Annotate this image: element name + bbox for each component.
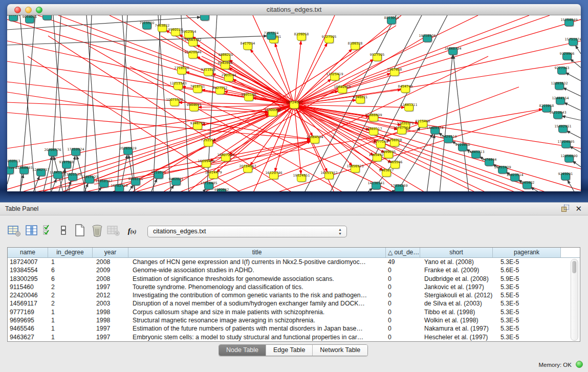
check-rows-icon[interactable] (41, 224, 55, 238)
float-panel-icon[interactable] (561, 205, 569, 212)
table-row[interactable]: 1456911722003Disruption of a novel membe… (8, 299, 580, 308)
column-header-name[interactable]: name (8, 248, 48, 257)
graph-node-label: 9465546 (388, 160, 403, 164)
table-cell: 0 (386, 316, 420, 324)
table-cell: 1 (48, 316, 93, 324)
column-header-short[interactable]: short (420, 248, 493, 257)
table-row[interactable]: 1938455462009Genome-wide association stu… (8, 266, 580, 274)
column-header-out_de[interactable]: △ out_de… (386, 248, 420, 257)
graph-edge (294, 105, 374, 132)
table-row[interactable]: 1872400712008Changes of HCN gene express… (8, 258, 580, 266)
table-row[interactable]: 911546021997Tourette syndrome. Phenomeno… (8, 283, 580, 291)
table-cell: 14569117 (8, 299, 48, 308)
graph-node-label: 9444693 (187, 103, 202, 107)
table-row[interactable]: 1830029562008Estimation of significance … (8, 275, 580, 283)
table-cell: 2012 (93, 291, 128, 299)
graph-node-label: 18429119 (440, 135, 456, 139)
table-cell: Dudbridge et al. (2008) (420, 275, 493, 283)
new-table-icon[interactable] (73, 224, 87, 238)
window-titlebar[interactable]: citations_edges.txt (7, 4, 581, 15)
tab-edge-table[interactable]: Edge Table (266, 345, 313, 356)
table-cell: Genome-wide association studies in ADHD. (128, 266, 386, 274)
graph-node-label: 16648784 (444, 47, 461, 51)
graph-node[interactable] (43, 15, 52, 20)
graph-node-label: 20184067 (239, 164, 256, 168)
graph-node-label: 17334269 (390, 184, 407, 188)
graph-node-label: 14845213 (467, 150, 484, 154)
table-cell: Tourette syndrome. Phenomenology and cla… (128, 283, 386, 291)
table-row[interactable]: 969969511998Structural magnetic resonanc… (8, 316, 580, 324)
graph-node-label: 9197588 (59, 160, 74, 164)
table-cell: 9465546 (8, 324, 48, 333)
graph-node-label: 12213343 (169, 81, 186, 85)
table-cell: Changes of HCN gene expression and I(f) … (128, 258, 386, 266)
table-cell: 2 (48, 283, 93, 291)
table-cell: 2 (48, 291, 93, 299)
graph-node-label: 8619040 (7, 15, 20, 17)
column-header-pagerank[interactable]: pagerank (493, 248, 561, 257)
graph-node-label: 9346789 (190, 121, 205, 125)
table-row[interactable]: 946362711997Embryonic stem cells: a mode… (8, 333, 580, 341)
graph-node-label: 9527505 (370, 53, 385, 57)
tab-node-table[interactable]: Node Table (219, 345, 266, 356)
graph-node-label: 15692951 (554, 124, 571, 128)
table-row[interactable]: 946554611997Estimation of the future num… (8, 324, 580, 333)
scrollbar-thumb[interactable] (572, 261, 576, 273)
column-header-title[interactable]: title (128, 248, 386, 257)
table-cell: 9115460 (8, 283, 48, 291)
graph-node-label: 13716485 (200, 181, 217, 185)
graph-node-label: 11568693 (15, 166, 32, 170)
table-cell: Tibbo et al. (1998) (420, 308, 493, 316)
graph-node-label: 8215958 (539, 104, 554, 108)
table-cell: Hescheler et al. (1997) (420, 333, 493, 341)
graph-node-label: 9329966 (560, 52, 575, 56)
network-canvas[interactable]: 1872400711641211132203719756928156549231… (7, 15, 581, 191)
column-header-in_degree[interactable]: in_degree (48, 248, 93, 257)
delete-rows-icon[interactable] (90, 224, 104, 238)
table-cell: 18724007 (8, 258, 48, 266)
graph-node-label: 12056090 (560, 154, 577, 158)
graph-node-label: 9127505 (322, 35, 337, 39)
table-row[interactable]: 2242004622012Investigating the contribut… (8, 291, 580, 299)
select-column-icon[interactable] (25, 224, 39, 238)
graph-node-label: 19656923 (346, 164, 363, 168)
graph-node-label: 7515520 (140, 21, 155, 25)
column-header-year[interactable]: year (93, 248, 128, 257)
close-panel-icon[interactable]: ✕ (575, 204, 582, 213)
table-cell: 5.5E-5 (493, 291, 561, 299)
table-cell: 5.3E-5 (493, 316, 561, 324)
function-builder-icon[interactable]: f(x) (125, 224, 139, 238)
graph-edge (453, 51, 469, 191)
table-cell: Yano et al. (2008) (420, 258, 493, 266)
merge-rows-icon[interactable] (56, 224, 71, 238)
graph-edge (7, 36, 271, 45)
graph-node-label: 9119460 (455, 143, 470, 147)
table-cell: 5.3E-5 (493, 324, 561, 333)
table-cell: 19384554 (8, 266, 48, 274)
table-cell: 0 (386, 291, 420, 299)
graph-node-label: 12093832 (551, 81, 568, 85)
window-title: citations_edges.txt (7, 6, 581, 13)
graph-node-label: 17204095 (557, 140, 574, 144)
table-row[interactable]: 977716911998Corpus callosum shape and si… (8, 308, 580, 316)
table-cell: Franke et al. (2009) (420, 266, 493, 274)
tab-network-table[interactable]: Network Table (313, 345, 367, 356)
graph-edge (117, 15, 127, 191)
graph-edge (69, 152, 76, 191)
graph-node-label: 20206576 (44, 148, 61, 152)
vertical-scrollbar[interactable] (571, 259, 578, 341)
table-cell: Embryonic stem cells: a model to study s… (128, 333, 386, 341)
graph-node-label: 9227343 (555, 66, 570, 70)
node-table: namein_degreeyeartitle△ out_de…shortpage… (7, 247, 580, 342)
graph-node-label: 18724007 (286, 100, 302, 104)
graph-node-label: 7252254 (201, 138, 216, 142)
graph-node-label: 18640910 (334, 85, 351, 89)
graph-node-label: 13220371 (397, 121, 413, 125)
graph-node-label: 10688609 (365, 113, 382, 117)
table-settings-icon[interactable] (7, 224, 21, 238)
graph-node-label: 16099488 (198, 159, 214, 163)
graph-node-label: 16120746 (265, 171, 282, 175)
graph-node-label: 7618731 (190, 84, 205, 89)
table-selector-dropdown[interactable]: citations_edges.txt ▲▼ (147, 226, 347, 237)
table-cell: 0 (386, 324, 420, 333)
